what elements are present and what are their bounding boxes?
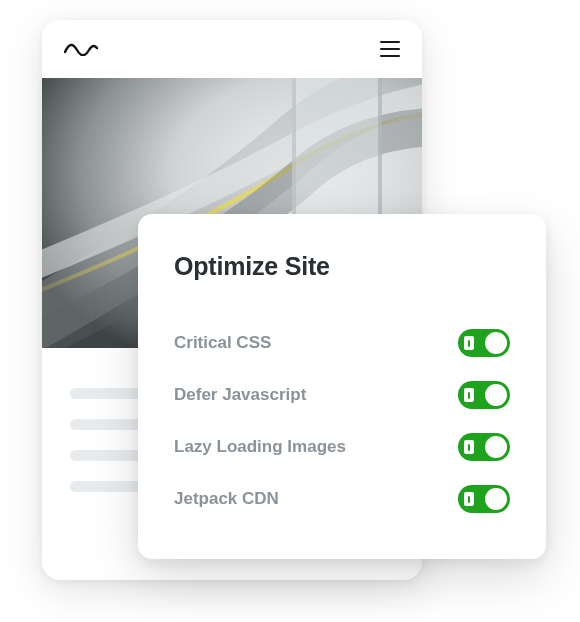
toggle-jetpack-cdn[interactable] — [458, 485, 510, 513]
toggle-defer-js[interactable] — [458, 381, 510, 409]
boost-badge-icon — [464, 492, 474, 506]
toggle-lazy-load[interactable] — [458, 433, 510, 461]
boost-badge-icon — [464, 336, 474, 350]
boost-badge-icon — [464, 388, 474, 402]
setting-label: Defer Javascript — [174, 385, 306, 405]
toggle-knob — [485, 488, 507, 510]
optimize-panel: Optimize Site Critical CSS Defer Javascr… — [138, 214, 546, 559]
setting-label: Lazy Loading Images — [174, 437, 346, 457]
toggle-knob — [485, 332, 507, 354]
boost-badge-icon — [464, 440, 474, 454]
setting-row-defer-js: Defer Javascript — [174, 369, 510, 421]
panel-title: Optimize Site — [174, 252, 510, 281]
site-logo — [64, 42, 98, 56]
hamburger-icon[interactable] — [380, 41, 400, 57]
setting-row-jetpack-cdn: Jetpack CDN — [174, 473, 510, 525]
setting-label: Jetpack CDN — [174, 489, 279, 509]
setting-row-critical-css: Critical CSS — [174, 317, 510, 369]
toggle-knob — [485, 384, 507, 406]
site-header — [42, 20, 422, 78]
setting-row-lazy-load: Lazy Loading Images — [174, 421, 510, 473]
setting-label: Critical CSS — [174, 333, 271, 353]
toggle-knob — [485, 436, 507, 458]
toggle-critical-css[interactable] — [458, 329, 510, 357]
